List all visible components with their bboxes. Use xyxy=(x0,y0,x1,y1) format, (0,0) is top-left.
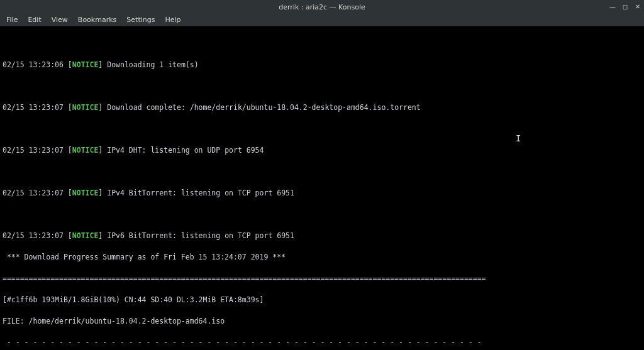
notice-tag: NOTICE xyxy=(72,189,99,197)
log-ts: 02/15 13:23:07 xyxy=(3,231,64,240)
window-title: derrik : aria2c — Konsole xyxy=(0,3,644,11)
menu-bookmarks[interactable]: Bookmarks xyxy=(74,14,120,25)
notice-tag: NOTICE xyxy=(72,146,99,155)
notice-tag: NOTICE xyxy=(72,60,99,69)
log-msg: IPv4 BitTorrent: listening on TCP port 6… xyxy=(107,189,294,197)
progress-summary-header: *** Download Progress Summary as of Fri … xyxy=(3,252,641,263)
log-msg: IPv4 DHT: listening on UDP port 6954 xyxy=(107,146,264,155)
window-controls: — ◻ ✕ xyxy=(609,3,641,11)
log-ts: 02/15 13:23:06 xyxy=(3,60,64,69)
text-cursor-icon: I xyxy=(516,133,521,144)
separator-eq: ========================================… xyxy=(3,273,641,284)
menu-edit[interactable]: Edit xyxy=(24,14,45,25)
close-icon[interactable]: ✕ xyxy=(634,3,641,11)
minimize-icon[interactable]: — xyxy=(609,3,616,11)
notice-tag: NOTICE xyxy=(72,231,99,240)
log-ts: 02/15 13:23:07 xyxy=(3,146,64,155)
terminal-output[interactable]: 02/15 13:23:06 [NOTICE] Downloading 1 it… xyxy=(0,26,644,350)
notice-tag: NOTICE xyxy=(72,103,99,112)
progress-stat: [#c1ff6b 193MiB/1.8GiB(10%) CN:44 SD:40 … xyxy=(3,295,641,305)
window-titlebar: derrik : aria2c — Konsole — ◻ ✕ xyxy=(0,0,644,14)
maximize-icon[interactable]: ◻ xyxy=(621,3,629,11)
menu-settings[interactable]: Settings xyxy=(123,14,158,25)
menu-view[interactable]: View xyxy=(48,14,72,25)
menu-file[interactable]: File xyxy=(3,14,21,25)
menubar: File Edit View Bookmarks Settings Help xyxy=(0,14,644,26)
log-msg: Download complete: /home/derrik/ubuntu-1… xyxy=(107,103,421,112)
file-line: FILE: /home/derrik/ubuntu-18.04.2-deskto… xyxy=(3,316,641,327)
menu-help[interactable]: Help xyxy=(161,14,184,25)
log-ts: 02/15 13:23:07 xyxy=(3,103,64,112)
log-ts: 02/15 13:23:07 xyxy=(3,189,64,197)
separator-dash: - - - - - - - - - - - - - - - - - - - - … xyxy=(3,337,641,348)
log-msg: Downloading 1 item(s) xyxy=(107,60,198,69)
log-msg: IPv6 BitTorrent: listening on TCP port 6… xyxy=(107,231,294,240)
